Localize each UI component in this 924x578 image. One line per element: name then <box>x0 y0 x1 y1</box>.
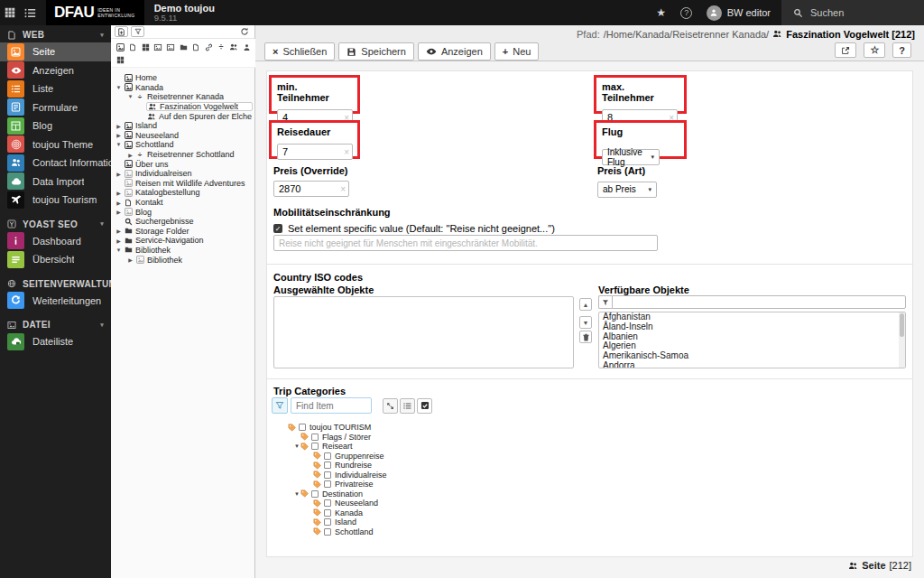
apps-grid-icon[interactable] <box>0 0 20 25</box>
filter-button[interactable] <box>131 26 144 37</box>
close-button[interactable]: ×Schließen <box>264 42 335 61</box>
module-item-toujou-theme[interactable]: toujou Theme <box>0 135 111 154</box>
mount-point-icon[interactable] <box>116 55 125 64</box>
chevron-collapsed-icon[interactable]: ▶ <box>115 209 123 215</box>
pagetree-item[interactable]: ▼Schottland <box>111 140 254 150</box>
category-filter-funnel-icon[interactable] <box>272 397 288 414</box>
chevron-collapsed-icon[interactable]: ▶ <box>115 132 123 138</box>
category-item[interactable]: toujou TOURISM <box>272 423 387 433</box>
category-checkbox[interactable] <box>299 424 306 431</box>
pagetree-item[interactable]: ▶Blog <box>111 207 254 217</box>
new-page-button[interactable] <box>115 26 128 37</box>
move-down-button[interactable]: ▼ <box>579 316 592 329</box>
chevron-expanded-icon[interactable]: ▼ <box>115 142 123 147</box>
refresh-icon[interactable] <box>238 26 251 37</box>
category-item[interactable]: Neuseeland <box>272 499 387 508</box>
view-button[interactable]: Anzeigen <box>418 42 491 61</box>
clear-icon[interactable]: × <box>340 183 346 193</box>
pagetree-item[interactable]: ▶Katalogbestellung <box>111 188 254 198</box>
bookmark-star-icon[interactable]: ★ <box>649 6 674 19</box>
list-menu-icon[interactable] <box>20 0 40 25</box>
pagetree-item[interactable]: Home <box>111 73 254 83</box>
global-search[interactable]: Suchen <box>781 0 924 25</box>
category-checkbox[interactable] <box>311 490 319 498</box>
module-item-overview[interactable]: Übersicht <box>0 250 111 269</box>
help-button[interactable]: ? <box>892 42 911 58</box>
iso-country-option[interactable]: Amerikanisch-Samoa <box>599 351 905 361</box>
external-page-icon[interactable] <box>191 42 200 51</box>
pagetree-item[interactable]: Auf den Spuren der Elche <box>111 111 254 121</box>
module-item-dashboard[interactable]: Dashboard <box>0 232 111 251</box>
bookmark-button[interactable]: ☆ <box>864 42 885 58</box>
toggle-list-icon[interactable] <box>400 398 415 414</box>
category-checkbox[interactable] <box>311 434 319 441</box>
iso-country-option[interactable]: Andorra <box>599 361 905 368</box>
pagetree-item[interactable]: ▶Storage Folder <box>111 227 254 237</box>
pagetree-item[interactable]: ▶÷Reisetrenner Schottland <box>111 150 254 160</box>
link-icon[interactable] <box>204 42 213 51</box>
backend-layout-icon[interactable] <box>141 42 150 51</box>
category-checkbox[interactable] <box>324 471 331 479</box>
open-document-button[interactable] <box>835 42 856 58</box>
category-checkbox[interactable] <box>324 518 331 526</box>
user-menu[interactable]: BW editor <box>699 5 781 21</box>
module-item-redirects[interactable]: Weiterleitungen <box>0 292 111 311</box>
mobilitaet-input[interactable] <box>273 235 658 251</box>
pagetree-item[interactable]: ▶Service-Navigation <box>111 236 254 246</box>
chevron-expanded-icon[interactable]: ▼ <box>115 247 123 253</box>
dfau-logo[interactable]: DFAU IDEEN INENTWICKLUNG <box>46 0 144 25</box>
category-item[interactable]: ▼Reiseart <box>272 442 387 452</box>
category-item[interactable]: Flags / Störer <box>272 433 387 443</box>
module-item-data-import[interactable]: Data Import <box>0 172 111 191</box>
module-item-blog[interactable]: Blog <box>0 117 111 135</box>
chevron-collapsed-icon[interactable]: ▶ <box>126 152 134 158</box>
pagetree-item[interactable]: ▶Individualreisen <box>111 169 254 179</box>
reisedauer-input[interactable] <box>277 144 353 160</box>
module-section-web[interactable]: WEB▾ <box>0 25 111 42</box>
preis-art-select[interactable]: ab Preis▾ <box>597 182 657 198</box>
chevron-collapsed-icon[interactable]: ▶ <box>115 228 123 234</box>
save-button[interactable]: Speichern <box>338 42 414 61</box>
pagetree-item[interactable]: Über uns <box>111 159 254 169</box>
category-item[interactable]: Schottland <box>272 527 387 537</box>
chevron-collapsed-icon[interactable]: ▶ <box>115 200 123 206</box>
pagetree-item[interactable]: ▶Kontakt <box>111 198 254 208</box>
help-icon[interactable]: ? <box>674 7 699 19</box>
pagetree-item[interactable]: ▶Neuseeland <box>111 131 254 141</box>
category-item[interactable]: Island <box>272 517 387 527</box>
flug-select[interactable]: Inklusive Flug▾ <box>602 149 660 165</box>
iso-country-option[interactable]: Albanien <box>599 332 905 342</box>
module-item-view[interactable]: Anzeigen <box>0 61 111 80</box>
pagetree-item[interactable]: ▼Bibliothek <box>111 246 254 256</box>
expand-collapse-icon[interactable] <box>383 398 398 414</box>
category-item[interactable]: Gruppenreise <box>272 452 387 461</box>
category-checkbox[interactable] <box>311 443 319 450</box>
chevron-collapsed-icon[interactable]: ▶ <box>115 171 123 177</box>
folder-media-icon[interactable] <box>179 42 188 51</box>
mountain-page-icon[interactable] <box>116 42 125 51</box>
pagetree-item[interactable]: Faszination Vogelwelt <box>111 102 254 112</box>
chevron-expanded-icon[interactable]: ▼ <box>293 491 300 497</box>
chevron-expanded-icon[interactable]: ▼ <box>293 443 300 449</box>
category-item[interactable]: Rundreise <box>272 461 387 471</box>
category-item[interactable]: Kanada <box>272 508 387 518</box>
clear-icon[interactable]: × <box>344 146 349 156</box>
pagetree-item[interactable]: ▼Kanada <box>111 83 254 93</box>
image-icon[interactable] <box>153 42 162 51</box>
category-item[interactable]: ▼Destination <box>272 489 387 499</box>
users-icon[interactable] <box>229 42 238 51</box>
move-up-button[interactable]: ▲ <box>579 298 592 311</box>
module-item-contact-information[interactable]: Contact Information <box>0 154 111 172</box>
chevron-collapsed-icon[interactable]: ▶ <box>115 238 123 244</box>
category-checkbox[interactable] <box>324 499 331 507</box>
pagetree-item[interactable]: Reisen mit Wildlife Adventures <box>111 179 254 189</box>
pagetree-item[interactable]: Suchergebnisse <box>111 217 254 227</box>
pagetree-item[interactable]: ▶Bibliothek <box>111 255 254 265</box>
pagetree-item[interactable]: ▼÷Reisetrenner Kanada <box>111 92 254 102</box>
scrollbar[interactable] <box>899 312 905 368</box>
new-button[interactable]: +Neu <box>494 42 540 61</box>
chevron-collapsed-icon[interactable]: ▶ <box>126 256 134 263</box>
module-item-toujou-tourism[interactable]: toujou Tourism <box>0 191 111 210</box>
category-item[interactable]: Privatreise <box>272 480 387 489</box>
available-filter-input[interactable] <box>612 295 906 309</box>
